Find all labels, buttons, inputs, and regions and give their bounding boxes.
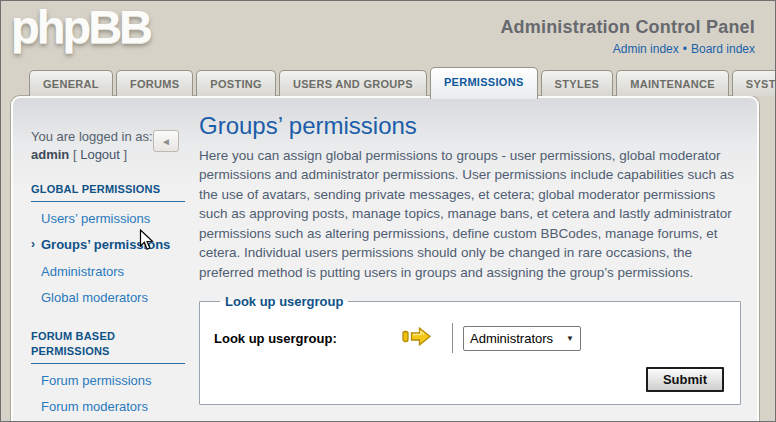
tab-general[interactable]: GENERAL bbox=[29, 70, 113, 96]
main-tab-bar: GENERAL FORUMS POSTING USERS AND GROUPS … bbox=[29, 69, 776, 96]
sidebar-item-label: Forum permissions bbox=[41, 373, 152, 388]
sidebar-item-forum-permissions[interactable]: Forum permissions bbox=[31, 368, 185, 394]
page-title: Groups’ permissions bbox=[199, 112, 741, 140]
sidebar-item-administrators[interactable]: Administrators bbox=[31, 259, 185, 285]
content-panel: You are logged in as: admin [ Logout ] ◄… bbox=[11, 96, 759, 422]
global-permissions-header: GLOBAL PERMISSIONS bbox=[31, 182, 185, 202]
forum-based-permissions-section: FORUM BASED PERMISSIONS Forum permission… bbox=[31, 329, 185, 422]
submit-button[interactable]: Submit bbox=[646, 367, 724, 392]
sidebar: You are logged in as: admin [ Logout ] ◄… bbox=[13, 98, 191, 422]
active-item-marker-icon: › bbox=[31, 237, 35, 252]
lookup-form-row: Look up usergroup: Administrators ▼ bbox=[214, 323, 724, 353]
link-separator: • bbox=[683, 42, 687, 56]
tab-forums[interactable]: FORUMS bbox=[116, 70, 193, 96]
tab-permissions[interactable]: PERMISSIONS bbox=[430, 67, 538, 99]
usergroup-select[interactable]: Administrators ▼ bbox=[463, 326, 581, 351]
sidebar-item-label: Forum moderators bbox=[41, 399, 148, 414]
tab-users-and-groups[interactable]: USERS AND GROUPS bbox=[279, 70, 427, 96]
sidebar-item-forum-moderators[interactable]: Forum moderators bbox=[31, 394, 185, 420]
header-links: Admin index•Board index bbox=[500, 42, 755, 56]
sidebar-item-global-moderators[interactable]: Global moderators bbox=[31, 285, 185, 311]
tab-maintenance[interactable]: MAINTENANCE bbox=[616, 70, 729, 96]
lookup-usergroup-label: Look up usergroup: bbox=[214, 331, 402, 346]
usergroup-select-value: Administrators bbox=[470, 331, 566, 346]
collapse-arrow-icon: ◄ bbox=[161, 136, 171, 147]
sidebar-item-label: Global moderators bbox=[41, 290, 148, 305]
logout-bracket-open: [ bbox=[73, 147, 77, 162]
phpbb-logo: phpBB bbox=[11, 0, 150, 54]
tab-styles[interactable]: STYLES bbox=[541, 70, 614, 96]
sidebar-item-groups-permissions[interactable]: › Groups’ permissions bbox=[31, 232, 185, 258]
field-separator bbox=[452, 323, 453, 353]
acp-page: phpBB Administration Control Panel Admin… bbox=[0, 0, 776, 422]
tab-posting[interactable]: POSTING bbox=[196, 70, 276, 96]
sidebar-item-label: Administrators bbox=[41, 264, 124, 279]
logout-link[interactable]: Logout bbox=[80, 147, 120, 162]
logged-in-username: admin bbox=[31, 147, 69, 162]
lookup-usergroup-fieldset: Look up usergroup Look up usergroup: Adm… bbox=[199, 294, 741, 405]
logout-bracket-close: ] bbox=[124, 147, 128, 162]
submit-row: Submit bbox=[214, 367, 724, 392]
global-permissions-section: GLOBAL PERMISSIONS Users’ permissions › … bbox=[31, 182, 185, 311]
forum-based-permissions-header: FORUM BASED PERMISSIONS bbox=[31, 329, 185, 364]
page-header-title: Administration Control Panel bbox=[500, 17, 755, 38]
sidebar-item-label: Groups’ permissions bbox=[41, 237, 170, 252]
header-right: Administration Control Panel Admin index… bbox=[500, 17, 755, 56]
gold-right-arrow-icon bbox=[402, 325, 432, 352]
collapse-sidebar-button[interactable]: ◄ bbox=[153, 130, 179, 152]
page-description: Here you can assign global permissions t… bbox=[199, 146, 741, 282]
board-index-link[interactable]: Board index bbox=[691, 42, 755, 56]
dropdown-arrow-icon: ▼ bbox=[566, 334, 574, 343]
logged-in-label: You are logged in as: bbox=[31, 129, 153, 144]
sidebar-item-label: Users’ permissions bbox=[41, 211, 150, 226]
main-content: Groups’ permissions Here you can assign … bbox=[191, 98, 757, 422]
admin-index-link[interactable]: Admin index bbox=[613, 42, 679, 56]
sidebar-item-users-permissions[interactable]: Users’ permissions bbox=[31, 206, 185, 232]
tab-system[interactable]: SYSTEM bbox=[732, 70, 776, 96]
lookup-usergroup-legend: Look up usergroup bbox=[220, 294, 348, 309]
